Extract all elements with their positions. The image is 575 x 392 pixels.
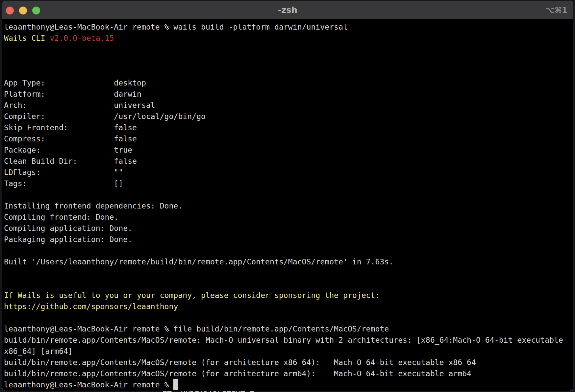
- terminal-line-21: Built '/Users/leaanthony/remote/build/bi…: [4, 256, 573, 267]
- terminal-line-18: Compiling application: Done.: [4, 223, 573, 234]
- terminal-line-12: Clean Build Dir: false: [4, 156, 573, 167]
- terminal-line-3: [4, 55, 573, 66]
- terminal-text-segment: Compress: false: [4, 135, 137, 143]
- terminal-text-segment: leaanthony@Leas-MacBook-Air remote % fil…: [4, 325, 389, 333]
- terminal-line-2: [4, 44, 573, 55]
- terminal-text-segment: build/bin/remote.app/Contents/MacOS/remo…: [4, 358, 476, 367]
- terminal-text-segment: v2.0.0-beta.15: [50, 34, 114, 42]
- desktop-background: ET: UNREADABLETEXT T -zsh ⌥⌘1 leaanthony…: [0, 0, 575, 392]
- terminal-line-24: If Wails is useful to you or your compan…: [4, 290, 573, 301]
- terminal-line-29: x86_64] [arm64]: [4, 346, 573, 357]
- terminal-text-segment: LDFlags: "": [4, 168, 123, 177]
- terminal-line-10: Compress: false: [4, 133, 573, 144]
- terminal-line-5: App Type: desktop: [4, 77, 573, 88]
- terminal-text-segment: https://github.com/sponsors/leaanthony: [4, 302, 178, 311]
- terminal-window: -zsh ⌥⌘1 leaanthony@Leas-MacBook-Air rem…: [2, 1, 573, 391]
- terminal-text-segment: build/bin/remote.app/Contents/MacOS/remo…: [4, 336, 563, 344]
- terminal-text-segment: Skip Frontend: false: [4, 123, 137, 132]
- terminal-line-32: leaanthony@Leas-MacBook-Air remote %: [4, 379, 573, 390]
- terminal-text-segment: leaanthony@Leas-MacBook-Air remote % wai…: [4, 23, 348, 31]
- terminal-screen[interactable]: leaanthony@Leas-MacBook-Air remote % wai…: [4, 21, 573, 391]
- terminal-line-9: Skip Frontend: false: [4, 122, 573, 133]
- terminal-text-segment: Installing frontend dependencies: Done.: [4, 202, 183, 210]
- terminal-text-segment: Compiling application: Done.: [4, 224, 132, 233]
- terminal-line-13: LDFlags: "": [4, 167, 573, 178]
- terminal-line-30: build/bin/remote.app/Contents/MacOS/remo…: [4, 357, 573, 368]
- window-shortcut-badge: ⌥⌘1: [545, 1, 567, 19]
- window-title: -zsh: [2, 1, 573, 19]
- terminal-line-0: leaanthony@Leas-MacBook-Air remote % wai…: [4, 21, 573, 33]
- terminal-line-16: Installing frontend dependencies: Done.: [4, 200, 573, 211]
- terminal-line-23: [4, 279, 573, 290]
- terminal-line-11: Package: true: [4, 144, 573, 156]
- terminal-line-19: Packaging application: Done.: [4, 234, 573, 245]
- terminal-text-segment: Packaging application: Done.: [4, 235, 132, 244]
- terminal-text-segment: leaanthony@Leas-MacBook-Air remote %: [4, 380, 173, 389]
- terminal-text-segment: Built '/Users/leaanthony/remote/build/bi…: [4, 257, 393, 266]
- terminal-line-4: [4, 66, 573, 77]
- terminal-text-segment: Arch: universal: [4, 101, 155, 110]
- terminal-line-7: Arch: universal: [4, 100, 573, 111]
- terminal-text-segment: Wails CLI: [4, 34, 50, 42]
- terminal-line-31: build/bin/remote.app/Contents/MacOS/remo…: [4, 368, 573, 379]
- terminal-text-segment: Compiling frontend: Done.: [4, 213, 118, 221]
- terminal-text-segment: If Wails is useful to you or your compan…: [4, 291, 380, 300]
- terminal-text-segment: App Type: desktop: [4, 79, 146, 87]
- terminal-text-segment: Clean Build Dir: false: [4, 157, 137, 165]
- terminal-line-22: [4, 267, 573, 279]
- terminal-line-20: [4, 245, 573, 256]
- terminal-line-8: Compiler: /usr/local/go/bin/go: [4, 111, 573, 122]
- terminal-line-1: Wails CLI v2.0.0-beta.15: [4, 33, 573, 44]
- terminal-line-26: [4, 312, 573, 323]
- terminal-line-6: Platform: darwin: [4, 88, 573, 100]
- terminal-line-27: leaanthony@Leas-MacBook-Air remote % fil…: [4, 323, 573, 334]
- window-titlebar[interactable]: -zsh ⌥⌘1: [2, 1, 573, 19]
- terminal-text-segment: Compiler: /usr/local/go/bin/go: [4, 112, 206, 121]
- terminal-cursor: [173, 379, 178, 390]
- terminal-line-15: [4, 189, 573, 200]
- terminal-text-segment: build/bin/remote.app/Contents/MacOS/remo…: [4, 369, 471, 378]
- terminal-line-14: Tags: []: [4, 178, 573, 189]
- terminal-text-segment: Platform: darwin: [4, 90, 141, 98]
- terminal-line-17: Compiling frontend: Done.: [4, 211, 573, 223]
- terminal-text-segment: Package: true: [4, 146, 132, 154]
- terminal-text-segment: Tags: []: [4, 179, 123, 188]
- terminal-line-28: build/bin/remote.app/Contents/MacOS/remo…: [4, 334, 573, 346]
- terminal-line-25: https://github.com/sponsors/leaanthony: [4, 301, 573, 312]
- terminal-text-segment: x86_64] [arm64]: [4, 347, 73, 355]
